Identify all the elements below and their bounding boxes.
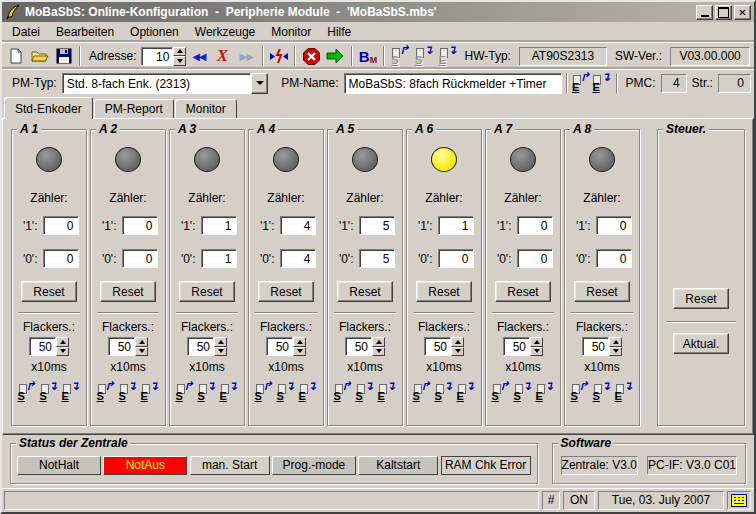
menu-item-monitor[interactable]: Monitor [263,23,319,41]
flacker-input[interactable]: 50 [503,337,530,356]
menu-item-bearbeiten[interactable]: Bearbeiten [48,23,122,41]
flacker-spin-up-button[interactable] [293,337,306,347]
e2-download-button-toolbar[interactable] [437,44,460,68]
menu-item-optionen[interactable]: Optionen [122,23,187,41]
tab-monitor[interactable]: Monitor [175,99,237,118]
flacker-input[interactable]: 50 [108,337,135,356]
flacker-spin-up-button[interactable] [372,337,385,347]
flacker-spin-down-button[interactable] [56,347,69,357]
flacker-input[interactable]: 50 [424,337,451,356]
open-file-button[interactable] [29,44,52,68]
reset-button[interactable]: Reset [100,281,156,302]
tab-std-enkoder[interactable]: Std-Enkoder [4,97,93,119]
go-button[interactable] [324,44,347,68]
s2-download-icon[interactable] [119,384,138,401]
s2-download-icon[interactable] [198,384,217,401]
flacker-spin-down-button[interactable] [214,347,227,357]
new-file-button[interactable] [5,44,28,68]
flacker-input[interactable]: 50 [29,337,56,356]
flacker-spin-down-button[interactable] [372,347,385,357]
s1-upload-icon[interactable] [97,384,116,401]
flackers-label: Flackers.: [339,320,391,334]
s1-upload-icon[interactable] [334,384,353,401]
flacker-spinner: 50 [345,337,385,356]
flacker-spin-up-button[interactable] [609,337,622,347]
flacker-spin-up-button[interactable] [56,337,69,347]
e2-download-icon[interactable] [615,384,634,401]
s2-download-icon[interactable] [514,384,533,401]
menu-item-datei[interactable]: Datei [4,23,48,41]
adresse-spin-down-button[interactable] [173,56,186,66]
e2-download-icon[interactable] [378,384,397,401]
prev-address-button[interactable] [187,44,210,68]
keyboard-icon [731,494,747,507]
flacker-spin-up-button[interactable] [135,337,148,347]
next-address-button[interactable] [235,44,258,68]
adresse-spin-up-button[interactable] [173,47,186,57]
s2-download-button-toolbar[interactable] [413,44,436,68]
combo-dropdown-icon[interactable] [251,73,268,94]
s2-download-icon[interactable] [40,384,59,401]
s2-download-icon[interactable] [356,384,375,401]
e2-download-icon[interactable] [536,384,555,401]
menu-item-werkzeuge[interactable]: Werkzeuge [187,23,263,41]
steuer-aktual-button[interactable]: Aktual. [673,333,729,354]
e2-download-icon[interactable] [62,384,81,401]
flacker-input[interactable]: 50 [187,337,214,356]
reset-button[interactable]: Reset [258,281,314,302]
reset-button[interactable]: Reset [337,281,393,302]
s1-upload-icon[interactable] [571,384,590,401]
channel-title: A 2 [96,122,120,136]
flacker-spin-up-button[interactable] [451,337,464,347]
close-button[interactable] [734,5,751,20]
channel-title: A 6 [412,122,436,136]
s1-upload-icon[interactable] [492,384,511,401]
s1-upload-icon[interactable] [413,384,432,401]
s2-download-icon[interactable] [435,384,454,401]
flacker-spin-up-button[interactable] [214,337,227,347]
e2-download-icon[interactable] [299,384,318,401]
flacker-spin-down-button[interactable] [609,347,622,357]
s1-upload-button-toolbar[interactable] [389,44,412,68]
disconnect-button[interactable] [268,44,291,68]
e2-download-button[interactable] [592,71,611,95]
reset-button[interactable]: Reset [416,281,472,302]
adresse-input[interactable]: 10 [141,47,173,66]
save-button[interactable] [52,44,75,68]
flacker-input[interactable]: 50 [345,337,372,356]
s2-download-icon[interactable] [277,384,296,401]
flacker-spin-down-button[interactable] [451,347,464,357]
e2-download-icon[interactable] [220,384,239,401]
status-bar: # ON Tue, 03. July 2007 [2,488,754,512]
pm-name-input[interactable]: MoBaSbS: 8fach Rückmelder +Timer [344,73,562,94]
flacker-spin-down-button[interactable] [135,347,148,357]
s1-upload-icon[interactable] [18,384,37,401]
maximize-button[interactable] [715,5,732,20]
cancel-button[interactable] [211,44,234,68]
reset-button[interactable]: Reset [495,281,551,302]
e2-download-icon[interactable] [457,384,476,401]
flacker-spin-down-button[interactable] [293,347,306,357]
steuer-reset-button[interactable]: Reset [673,288,729,309]
e1-upload-button[interactable] [572,71,591,95]
flacker-spin-down-button[interactable] [530,347,543,357]
reset-button[interactable]: Reset [179,281,235,302]
s1-upload-icon[interactable] [176,384,195,401]
minimize-button[interactable] [696,5,713,20]
s1-upload-icon[interactable] [255,384,274,401]
toolbar-separator [79,46,81,66]
flacker-input[interactable]: 50 [582,337,609,356]
flacker-spin-up-button[interactable] [530,337,543,347]
tab-pm-report[interactable]: PM-Report [94,99,174,118]
s2-download-icon[interactable] [593,384,612,401]
bm-monitor-button[interactable] [357,44,380,68]
status-indicator-kaltstart: Kaltstart [358,456,438,475]
reset-button[interactable]: Reset [574,281,630,302]
pm-typ-combobox[interactable]: Std. 8-fach Enk. (2313) [62,73,269,94]
menu-item-hilfe[interactable]: Hilfe [319,23,359,41]
reset-button[interactable]: Reset [21,281,77,302]
separator [255,312,317,314]
e2-download-icon[interactable] [141,384,160,401]
flacker-input[interactable]: 50 [266,337,293,356]
stop-button[interactable] [300,44,323,68]
